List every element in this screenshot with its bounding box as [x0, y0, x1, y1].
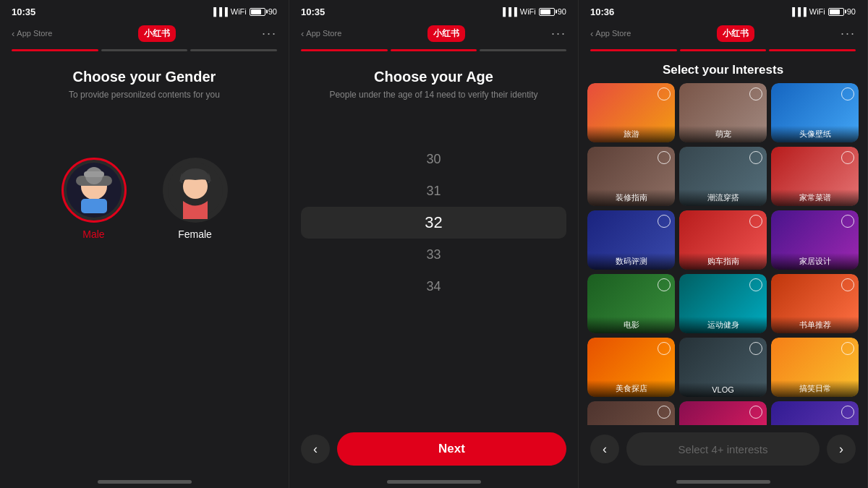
interest-label: 购车指南: [679, 253, 767, 270]
interest-card-0[interactable]: 旅游: [587, 83, 675, 142]
interest-select-circle: [658, 278, 671, 291]
age-item-31[interactable]: 31: [301, 175, 566, 207]
interest-select-circle: [658, 215, 671, 228]
interest-card-7[interactable]: 购车指南: [679, 210, 767, 270]
more-dots-1[interactable]: ···: [262, 26, 277, 41]
bottom-nav-3: ‹ Select 4+ interests ›: [579, 425, 867, 480]
interest-select-circle: [841, 87, 854, 100]
female-avatar[interactable]: [163, 158, 228, 223]
battery-pct-3: 90: [847, 7, 856, 16]
status-icons-3: ▐▐▐ WiFi 90: [789, 7, 856, 16]
interest-card-5[interactable]: 家常菜谱: [771, 147, 859, 206]
interest-label: 装修指南: [587, 189, 675, 206]
back-button-2[interactable]: ‹: [301, 435, 330, 463]
battery-icon-3: [828, 8, 844, 16]
home-indicator-2: [387, 480, 481, 484]
interest-card-9[interactable]: 电影: [587, 274, 675, 333]
interest-card-17[interactable]: 歌单推荐: [771, 401, 859, 425]
interest-select-circle: [658, 87, 671, 100]
progress-seg-1-1: [12, 49, 98, 51]
next-button-2[interactable]: Next: [337, 432, 566, 466]
signal-icon: ▐▐▐: [210, 7, 227, 16]
wifi-icon: WiFi: [231, 7, 247, 16]
interest-label: VLOG: [679, 382, 767, 397]
interest-card-4[interactable]: 潮流穿搭: [679, 147, 767, 206]
interest-label: 头像壁纸: [771, 126, 859, 142]
interest-select-circle: [658, 342, 671, 355]
back-chevron-2: ‹: [301, 28, 304, 39]
signal-icon-2: ▐▐▐: [500, 7, 516, 16]
more-dots-2[interactable]: ···: [551, 26, 566, 41]
battery-icon-2: [539, 8, 555, 16]
interest-card-11[interactable]: 书单推荐: [771, 274, 859, 333]
age-item-33[interactable]: 33: [301, 239, 566, 270]
age-subtitle: People under the age of 14 need to verif…: [329, 90, 537, 100]
interest-label: 电影: [587, 317, 675, 333]
interest-card-13[interactable]: VLOG: [679, 338, 767, 397]
age-screen: Choose your Age People under the age of …: [289, 57, 578, 425]
interest-card-12[interactable]: 美食探店: [587, 338, 675, 397]
progress-seg-2-1: [301, 49, 388, 51]
interest-label: 家常菜谱: [771, 189, 859, 206]
gender-subtitle: To provide personilzed contents for you: [69, 90, 220, 100]
interest-select-circle: [749, 151, 762, 164]
interest-card-8[interactable]: 家居设计: [771, 210, 859, 270]
interest-label: 萌宠: [679, 126, 767, 142]
gender-options: Male Female: [61, 158, 228, 240]
app-store-label-1: App Store: [17, 29, 52, 38]
wifi-icon-3: WiFi: [809, 7, 825, 16]
app-store-back-1[interactable]: ‹ App Store: [12, 28, 52, 39]
interests-grid: 旅游萌宠头像壁纸装修指南潮流穿搭家常菜谱数码评测购车指南家居设计电影运动健身书单…: [587, 83, 859, 425]
svg-rect-2: [81, 199, 107, 213]
status-icons-1: ▐▐▐ WiFi 90: [210, 7, 277, 16]
logo-3: 小红书: [717, 25, 754, 42]
interest-select-circle: [658, 406, 671, 419]
male-option[interactable]: Male: [61, 158, 127, 240]
forward-button-3[interactable]: ›: [827, 435, 856, 463]
interest-select-circle: [841, 342, 854, 355]
gender-screen: Choose your Gender To provide personilze…: [0, 57, 289, 480]
interest-card-15[interactable]: 男士发型: [587, 401, 675, 425]
app-store-back-3[interactable]: ‹ App Store: [590, 28, 631, 39]
progress-bar-3: [579, 46, 867, 57]
app-store-label-3: App Store: [595, 29, 631, 38]
age-title: Choose your Age: [374, 69, 493, 85]
progress-seg-3-3: [769, 49, 856, 51]
select-interests-button[interactable]: Select 4+ interests: [626, 432, 820, 466]
interest-label: 书单推荐: [771, 317, 859, 333]
interest-select-circle: [841, 215, 854, 228]
wifi-icon-2: WiFi: [520, 7, 536, 16]
top-nav-1: ‹ App Store 小红书 ···: [0, 20, 289, 46]
app-store-back-2[interactable]: ‹ App Store: [301, 28, 341, 39]
interest-card-6[interactable]: 数码评测: [587, 210, 675, 270]
phone-screen-3: 10:36 ▐▐▐ WiFi 90 ‹ App Store 小红书 ··· Se…: [579, 0, 868, 488]
battery-icon: [250, 8, 265, 16]
progress-seg-2-3: [480, 49, 566, 51]
top-nav-2: ‹ App Store 小红书 ···: [289, 20, 578, 46]
female-option[interactable]: Female: [163, 158, 228, 240]
interest-select-circle: [749, 87, 762, 100]
phone-screen-2: 10:35 ▐▐▐ WiFi 90 ‹ App Store 小红书 ··· Ch…: [289, 0, 579, 488]
interest-select-circle: [749, 342, 762, 355]
gender-title: Choose your Gender: [73, 69, 216, 85]
progress-seg-1-2: [101, 49, 188, 51]
progress-seg-2-2: [391, 49, 477, 51]
next-label: Next: [438, 442, 465, 456]
age-item-32[interactable]: 32: [301, 207, 566, 239]
more-dots-3[interactable]: ···: [841, 26, 856, 41]
interest-card-2[interactable]: 头像壁纸: [771, 83, 859, 142]
interest-card-10[interactable]: 运动健身: [679, 274, 767, 333]
interest-card-3[interactable]: 装修指南: [587, 147, 675, 206]
male-avatar-svg: [65, 161, 123, 219]
back-button-3[interactable]: ‹: [590, 435, 619, 463]
status-bar-3: 10:36 ▐▐▐ WiFi 90: [579, 0, 867, 20]
interest-label: 旅游: [587, 126, 675, 142]
male-avatar[interactable]: [61, 158, 127, 223]
age-item-30[interactable]: 30: [301, 143, 566, 175]
logo-1: 小红书: [138, 25, 176, 42]
age-item-34[interactable]: 34: [301, 270, 566, 302]
age-picker[interactable]: 30 31 32 33 34: [301, 150, 566, 295]
interest-card-1[interactable]: 萌宠: [679, 83, 767, 142]
interest-card-14[interactable]: 搞笑日常: [771, 338, 859, 397]
interest-card-16[interactable]: 动物科普: [679, 401, 767, 425]
